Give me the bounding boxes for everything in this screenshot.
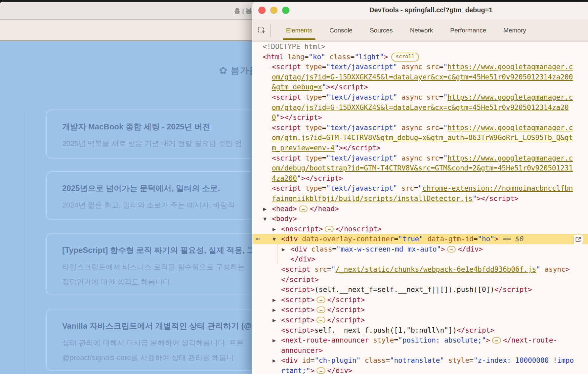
expand-arrow-icon[interactable]: ▶	[273, 224, 281, 235]
dom-tree-node[interactable]: <script type="text/javascript" src="chro…	[252, 183, 588, 194]
tab-console[interactable]: Console	[321, 19, 361, 41]
collapsed-content-ellipsis[interactable]: …	[316, 317, 325, 323]
dom-tree-node[interactable]: announcer>	[252, 346, 588, 356]
devtools-title: DevTools - springfall.cc/?gtm_debug=1	[369, 6, 492, 14]
collapsed-content-ellipsis[interactable]: …	[316, 367, 325, 374]
collapsed-content-ellipsis[interactable]: …	[325, 226, 333, 232]
dom-tree-node[interactable]: 0"></script>	[252, 113, 588, 123]
zoom-button[interactable]	[282, 7, 289, 14]
dom-tree-node[interactable]: </div>	[252, 254, 588, 264]
dom-tree-node[interactable]: <!DOCTYPE html>	[252, 42, 588, 52]
devtools-titlebar[interactable]: DevTools - springfall.cc/?gtm_debug=1	[252, 2, 588, 19]
dom-tree-node[interactable]: <script src="/_next/static/chunks/webpac…	[252, 264, 588, 275]
dom-tree-node[interactable]: <script>(self.__next_f=self.__next_f||[]…	[252, 285, 588, 295]
dom-tree-node[interactable]: ▶<script>…</script>	[252, 315, 588, 325]
dom-tree-node[interactable]: <script type="text/javascript" async src…	[252, 62, 588, 72]
collapsed-content-ellipsis[interactable]: …	[299, 206, 308, 212]
minimize-button[interactable]	[270, 7, 277, 14]
collapsed-content-ellipsis[interactable]: …	[316, 306, 325, 313]
dom-tree-node[interactable]: m_preview=env-4"></script>	[252, 143, 588, 153]
dom-tree-node[interactable]: ▶<script>…</script>	[252, 305, 588, 315]
collapsed-content-ellipsis[interactable]: …	[492, 337, 501, 344]
expand-arrow-icon[interactable]: ▶	[273, 356, 281, 366]
expand-arrow-icon[interactable]: ▶	[273, 336, 281, 346]
dom-tree-node[interactable]: <script type="text/javascript" async src…	[252, 153, 588, 164]
tab-network[interactable]: Network	[401, 19, 442, 41]
expand-arrow-icon[interactable]: ▶	[282, 245, 290, 255]
close-button[interactable]	[258, 7, 266, 14]
reveal-element-button[interactable]	[573, 235, 583, 244]
dom-tree-node[interactable]: <html lang="ko" class="light">scroll	[252, 52, 588, 62]
dom-tree-node[interactable]: ▶<noscript>…</noscript>	[252, 224, 588, 234]
dom-tree-node[interactable]: ▶<div class="max-w-screen-md mx-auto">…<…	[252, 244, 588, 255]
dom-tree-node[interactable]: &gtm_debug=x"></script>	[252, 82, 588, 92]
tab-elements[interactable]: Elements	[277, 19, 321, 41]
dom-tree-node[interactable]: ▶<next-route-announcer style="position: …	[252, 335, 588, 346]
dom-tree-node[interactable]: <script>self.__next_f.push([1,"b:null\n"…	[252, 325, 588, 336]
timeline-line	[24, 112, 24, 374]
dom-tree-node[interactable]: ▼<body>	[252, 214, 588, 224]
tab-performance[interactable]: Performance	[441, 19, 495, 41]
toolbar-separator	[270, 24, 271, 37]
dom-tree-node[interactable]: ▶<head>…</head>	[252, 204, 588, 214]
dom-tree-node[interactable]: rtant;">…</div>	[252, 366, 588, 374]
screenshot-stage: 홈 | 봄가을 ✿ 봄가을 개발자 MacBook 종합 세팅 - 2025년 …	[0, 0, 588, 374]
dom-tree-node[interactable]: ⋯▼<div data-overlay-container="true" dat…	[252, 234, 588, 244]
inspect-cursor-icon	[258, 26, 266, 35]
traffic-lights	[258, 7, 289, 14]
expand-arrow-icon[interactable]: ▶	[273, 315, 281, 326]
dom-tree-node[interactable]: <script type="text/javascript" async src…	[252, 123, 588, 133]
dom-tree-node[interactable]: </script>	[252, 275, 588, 285]
more-actions-gutter[interactable]: ⋯	[256, 234, 260, 244]
dom-tree-node[interactable]: <script type="text/javascript" async src…	[252, 92, 588, 103]
tab-sources[interactable]: Sources	[361, 19, 401, 41]
code-tree: <!DOCTYPE html><html lang="ko" class="li…	[252, 42, 588, 374]
scroll-badge[interactable]: scroll	[391, 53, 419, 62]
dom-tree-node[interactable]: om/debug/bootstrap?id=GTM-T4CTRV8V&src=G…	[252, 163, 588, 173]
collapse-arrow-icon[interactable]: ▼	[273, 234, 281, 245]
devtools-tabbar: ElementsConsoleSourcesNetworkPerformance…	[252, 19, 588, 42]
expand-arrow-icon[interactable]: ▶	[273, 295, 281, 305]
dom-tree-node[interactable]: om/gtm.js?id=GTM-T4CTRV8V&gtm_debug=x&gt…	[252, 133, 588, 143]
dom-tree-node[interactable]: ▶<script>…</script>	[252, 295, 588, 305]
expand-arrow-icon[interactable]: ▶	[273, 305, 281, 315]
collapsed-content-ellipsis[interactable]: …	[316, 297, 325, 303]
dom-tree-node[interactable]: 4za200"></script>	[252, 173, 588, 184]
collapsed-content-ellipsis[interactable]: …	[447, 246, 456, 253]
tab-memory[interactable]: Memory	[495, 19, 535, 41]
collapse-arrow-icon[interactable]: ▼	[263, 214, 272, 224]
dom-tree-node[interactable]: om/gtag/js?id=G-15DXXGKZ4S&l=dataLayer&c…	[252, 103, 588, 113]
expand-arrow-icon[interactable]: ▶	[263, 204, 272, 214]
devtools-window: DevTools - springfall.cc/?gtm_debug=1 El…	[252, 2, 588, 374]
inspect-element-button[interactable]	[257, 25, 267, 35]
dom-tree-node[interactable]: ▶<div id="ch-plugin" class="notranslate"…	[252, 355, 588, 366]
dom-tree-node[interactable]: om/gtag/js?id=G-15DXXGKZ4S&l=dataLayer&c…	[252, 72, 588, 82]
dom-tree-node[interactable]: faingniikblfbji/build/scripts/installDet…	[252, 194, 588, 204]
